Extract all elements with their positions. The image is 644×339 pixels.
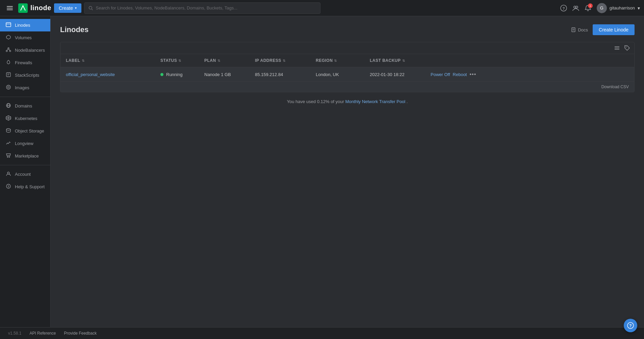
- svg-text:?: ?: [7, 185, 9, 188]
- svg-text:?: ?: [562, 6, 565, 10]
- more-actions-button[interactable]: •••: [469, 71, 476, 77]
- main-content: Linodes Docs Create Linode: [51, 16, 644, 327]
- app-body: Linodes Volumes NodeBalancers Firewalls …: [0, 16, 644, 327]
- svg-line-17: [8, 49, 10, 50]
- list-view-button[interactable]: [614, 45, 620, 51]
- search-input[interactable]: [96, 5, 316, 10]
- sidebar-divider-2: [0, 165, 50, 165]
- sidebar-item-kubernetes[interactable]: Kubernetes: [0, 112, 50, 125]
- help-fab-button[interactable]: ?: [624, 319, 637, 332]
- plan-text: Nanode 1 GB: [204, 72, 231, 77]
- header-right: ? 1 G gitauharrison ▾: [560, 3, 640, 13]
- help-icon: ?: [560, 5, 567, 11]
- th-actions: [425, 54, 486, 67]
- docs-link[interactable]: Docs: [571, 27, 588, 32]
- region-text: London, UK: [316, 72, 339, 77]
- svg-point-14: [6, 50, 7, 52]
- sidebar-item-domains[interactable]: Domains: [0, 100, 50, 112]
- marketplace-icon: [5, 153, 11, 159]
- svg-point-15: [9, 50, 11, 52]
- nodebalancers-icon: [5, 47, 11, 53]
- sidebar-item-nodebalancers[interactable]: NodeBalancers: [0, 44, 50, 56]
- svg-line-16: [7, 49, 8, 50]
- download-csv-link[interactable]: Download CSV: [601, 84, 629, 89]
- th-ip-address[interactable]: IP Address ⇅: [250, 54, 310, 67]
- create-button[interactable]: Create ▾: [54, 3, 81, 13]
- td-actions: Power Off Reboot •••: [425, 67, 486, 81]
- linode-logo-icon: [18, 3, 28, 13]
- sidebar-item-firewalls[interactable]: Firewalls: [0, 56, 50, 69]
- team-icon-button[interactable]: [572, 5, 579, 11]
- label-sort-icon: ⇅: [82, 59, 85, 63]
- th-region[interactable]: Region ⇅: [310, 54, 364, 67]
- linodes-table: Label ⇅ Status ⇅ Plan ⇅ IP Address ⇅ Reg…: [60, 42, 635, 92]
- tag-filter-button[interactable]: [624, 45, 630, 51]
- network-transfer-info: You have used 0.12% of your Monthly Netw…: [60, 99, 635, 104]
- status-sort-icon: ⇅: [178, 59, 181, 63]
- monthly-transfer-link[interactable]: Monthly Network Transfer Pool: [345, 99, 406, 104]
- svg-rect-10: [6, 23, 11, 27]
- sidebar-item-account[interactable]: Account: [0, 168, 50, 180]
- footer: v1.58.1 API Reference Provide Feedback: [0, 327, 644, 339]
- svg-marker-12: [6, 35, 10, 39]
- help-icon-button[interactable]: ?: [560, 5, 567, 11]
- sidebar-item-marketplace[interactable]: Marketplace: [0, 150, 50, 162]
- th-label[interactable]: Label ⇅: [60, 54, 155, 67]
- sidebar-item-object-storage[interactable]: Object Storage: [0, 125, 50, 137]
- provide-feedback-link[interactable]: Provide Feedback: [64, 331, 97, 336]
- sidebar-item-marketplace-label: Marketplace: [15, 153, 39, 159]
- svg-rect-36: [572, 28, 575, 32]
- svg-text:?: ?: [629, 323, 632, 328]
- page-header: Linodes Docs Create Linode: [60, 24, 635, 35]
- linode-label-link[interactable]: official_personal_website: [66, 72, 115, 77]
- hamburger-button[interactable]: [4, 4, 16, 13]
- version-text: v1.58.1: [8, 331, 21, 336]
- avatar: G: [597, 3, 607, 13]
- td-ip-address: 85.159.212.84: [250, 68, 310, 81]
- svg-point-31: [7, 156, 8, 157]
- domains-icon: [5, 103, 11, 109]
- page-header-actions: Docs Create Linode: [571, 24, 635, 35]
- svg-point-33: [7, 172, 9, 174]
- api-reference-link[interactable]: API Reference: [29, 331, 56, 336]
- notifications-button[interactable]: 1: [585, 5, 591, 11]
- search-icon: [88, 6, 93, 10]
- sidebar-item-help-support[interactable]: ? Help & Support: [0, 180, 50, 193]
- power-off-button[interactable]: Power Off: [431, 72, 450, 77]
- sidebar-item-images[interactable]: Images: [0, 81, 50, 94]
- docs-label: Docs: [578, 27, 588, 32]
- svg-point-22: [8, 87, 9, 88]
- sidebar: Linodes Volumes NodeBalancers Firewalls …: [0, 16, 51, 327]
- sidebar-item-object-storage-label: Object Storage: [15, 128, 44, 134]
- team-icon: [572, 5, 579, 11]
- object-storage-icon: [5, 128, 11, 134]
- search-bar[interactable]: [84, 2, 320, 14]
- th-plan[interactable]: Plan ⇅: [199, 54, 250, 67]
- create-linode-button[interactable]: Create Linode: [593, 24, 635, 35]
- logo-text: linode: [30, 4, 51, 12]
- page-title: Linodes: [60, 25, 88, 34]
- table-row: official_personal_website Running Nanode…: [60, 67, 634, 82]
- longview-icon: [5, 140, 11, 147]
- sidebar-item-volumes[interactable]: Volumes: [0, 31, 50, 44]
- sidebar-item-help-support-label: Help & Support: [15, 184, 45, 189]
- sidebar-item-longview[interactable]: Longview: [0, 137, 50, 150]
- region-sort-icon: ⇅: [334, 59, 337, 63]
- svg-point-30: [6, 129, 10, 130]
- sidebar-item-linodes[interactable]: Linodes: [0, 19, 50, 31]
- list-view-icon: [614, 45, 620, 51]
- tag-icon: [624, 45, 630, 51]
- td-label: official_personal_website: [60, 68, 155, 81]
- backup-sort-icon: ⇅: [402, 59, 405, 63]
- status-indicator: [160, 73, 163, 76]
- td-status: Running: [155, 68, 199, 81]
- svg-rect-3: [18, 3, 28, 13]
- svg-point-32: [9, 156, 9, 157]
- sidebar-item-stackscripts[interactable]: StackScripts: [0, 69, 50, 81]
- account-icon: [5, 171, 11, 177]
- reboot-button[interactable]: Reboot: [453, 72, 467, 77]
- th-status[interactable]: Status ⇅: [155, 54, 199, 67]
- td-plan: Nanode 1 GB: [199, 68, 250, 81]
- th-last-backup[interactable]: Last Backup ⇅: [364, 54, 425, 67]
- user-menu[interactable]: G gitauharrison ▾: [597, 3, 640, 13]
